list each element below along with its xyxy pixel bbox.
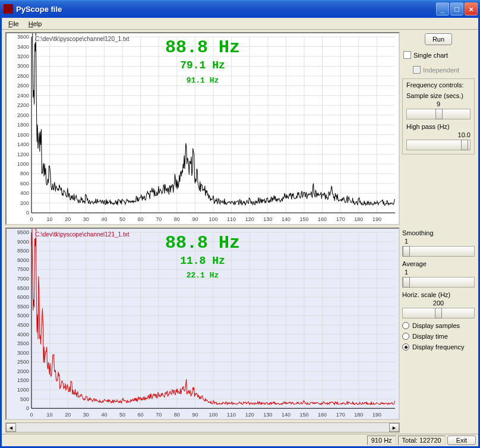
svg-text:110: 110	[227, 216, 236, 222]
svg-text:60: 60	[138, 412, 144, 418]
svg-text:40: 40	[101, 216, 107, 222]
display-time-radio[interactable]	[402, 333, 409, 340]
svg-text:2000: 2000	[17, 368, 29, 374]
chart-bottom[interactable]: C:\dev\tk\pyscope\channel121_1.txt 88.8 …	[5, 228, 400, 421]
svg-text:10: 10	[47, 216, 53, 222]
svg-text:2000: 2000	[17, 112, 29, 118]
chart-top-freq-mid: 79.1 Hz	[7, 59, 399, 72]
svg-text:0: 0	[30, 216, 33, 222]
svg-text:1800: 1800	[17, 122, 29, 128]
sample-size-value: 9	[406, 100, 470, 108]
svg-text:130: 130	[263, 412, 272, 418]
svg-text:4500: 4500	[17, 321, 29, 327]
svg-text:1500: 1500	[17, 377, 29, 383]
chart-bottom-freq-sml: 22.1 Hz	[7, 271, 399, 280]
maximize-button[interactable]: □	[450, 2, 463, 15]
svg-text:6000: 6000	[17, 294, 29, 300]
svg-text:200: 200	[20, 200, 29, 206]
horiz-scale-thumb[interactable]	[435, 308, 442, 318]
app-icon	[4, 4, 13, 14]
horizontal-scrollbar[interactable]: ◄ ►	[5, 422, 400, 433]
chart-top-freq-sml: 91.1 Hz	[7, 76, 399, 86]
average-label: Average	[402, 260, 475, 267]
exit-button[interactable]: Exit	[447, 436, 476, 445]
average-value: 1	[405, 269, 475, 276]
smoothing-label: Smoothing	[402, 229, 475, 236]
menu-file[interactable]: File	[4, 19, 23, 29]
display-samples-label: Display samples	[412, 322, 460, 329]
independent-label: Independent	[423, 67, 459, 74]
svg-text:1600: 1600	[17, 132, 29, 138]
smoothing-thumb[interactable]	[403, 246, 410, 257]
svg-text:150: 150	[300, 412, 309, 418]
independent-checkbox	[413, 66, 421, 74]
svg-text:500: 500	[20, 396, 29, 402]
display-frequency-radio[interactable]	[402, 343, 409, 351]
svg-text:1000: 1000	[17, 161, 29, 167]
scroll-left-button[interactable]: ◄	[6, 423, 16, 432]
smoothing-slider[interactable]	[402, 246, 475, 257]
chart-bottom-freq-mid: 11.8 Hz	[7, 255, 399, 268]
svg-text:180: 180	[354, 216, 363, 222]
menu-help[interactable]: Help	[24, 19, 46, 29]
svg-text:3000: 3000	[17, 349, 29, 355]
svg-text:90: 90	[192, 216, 198, 222]
status-total: Total: 122720	[398, 436, 446, 445]
svg-text:0: 0	[26, 210, 29, 216]
horiz-scale-slider[interactable]	[402, 308, 475, 318]
display-time-label: Display time	[412, 333, 448, 340]
svg-text:120: 120	[245, 412, 254, 418]
window-title: PyScope file	[16, 5, 435, 14]
svg-text:90: 90	[192, 412, 198, 418]
single-chart-checkbox[interactable]	[403, 51, 411, 59]
display-frequency-row[interactable]: Display frequency	[402, 343, 475, 351]
single-chart-label: Single chart	[413, 52, 448, 59]
average-slider[interactable]	[402, 277, 475, 288]
highpass-label: High pass (Hz)	[406, 123, 470, 130]
frequency-controls-title: Frequency controls:	[406, 81, 470, 89]
highpass-thumb[interactable]	[461, 140, 468, 150]
svg-text:0: 0	[26, 405, 29, 411]
scroll-right-button[interactable]: ►	[389, 423, 399, 432]
run-button[interactable]: Run	[425, 33, 452, 45]
side-panel: Run Single chart Independent Frequency c…	[401, 30, 478, 434]
horiz-scale-label: Horiz. scale (Hz)	[402, 291, 475, 298]
svg-text:6500: 6500	[17, 285, 29, 291]
svg-text:100: 100	[209, 412, 218, 418]
svg-text:5500: 5500	[17, 303, 29, 309]
charts-column: C:\dev\tk\pyscope\channel120_1.txt 88.8 …	[2, 30, 401, 434]
svg-text:80: 80	[174, 216, 180, 222]
display-samples-row[interactable]: Display samples	[402, 322, 475, 329]
svg-text:100: 100	[209, 216, 218, 222]
display-frequency-label: Display frequency	[412, 343, 464, 351]
sample-size-label: Sample size (secs.)	[406, 92, 470, 99]
sample-size-slider[interactable]	[406, 109, 470, 119]
svg-text:70: 70	[156, 412, 162, 418]
svg-text:190: 190	[372, 412, 381, 418]
smoothing-value: 1	[405, 238, 475, 245]
svg-text:2500: 2500	[17, 359, 29, 365]
svg-text:5000: 5000	[17, 313, 29, 318]
menu-file-label: ile	[12, 20, 19, 27]
minimize-button[interactable]: _	[436, 2, 449, 15]
display-time-row[interactable]: Display time	[402, 333, 475, 340]
svg-text:10: 10	[47, 412, 53, 418]
sample-size-thumb[interactable]	[435, 109, 443, 119]
svg-text:130: 130	[263, 216, 272, 222]
svg-text:170: 170	[336, 412, 345, 418]
menubar: File Help	[2, 18, 478, 30]
chart-top[interactable]: C:\dev\tk\pyscope\channel120_1.txt 88.8 …	[5, 32, 400, 225]
close-button[interactable]: ×	[465, 2, 478, 15]
display-samples-radio[interactable]	[402, 322, 409, 329]
single-chart-checkbox-row[interactable]: Single chart	[403, 51, 475, 59]
status-hz: 910 Hz	[367, 436, 396, 445]
svg-text:170: 170	[336, 216, 345, 222]
highpass-slider[interactable]	[406, 140, 470, 150]
chart-bottom-freq-big: 88.8 Hz	[7, 232, 399, 254]
statusbar: 910 Hz Total: 122720 Exit	[2, 434, 478, 446]
average-thumb[interactable]	[403, 277, 410, 288]
svg-text:160: 160	[318, 216, 327, 222]
svg-text:600: 600	[20, 181, 29, 187]
svg-text:4000: 4000	[17, 331, 29, 337]
svg-text:40: 40	[101, 412, 107, 418]
